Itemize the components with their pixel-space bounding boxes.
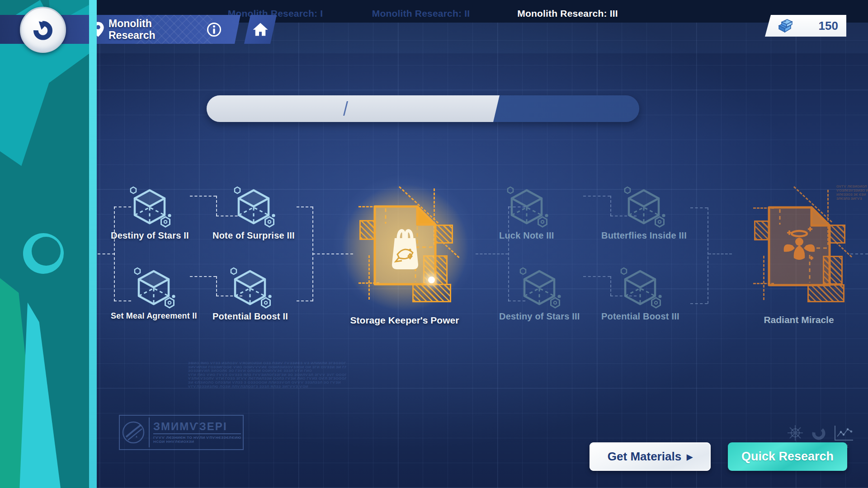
stamp-rule [153,433,241,434]
connector-dash-dim [708,253,732,254]
crosshair-dash-dim [763,256,764,300]
info-button[interactable] [206,21,222,38]
node-label: Butterflies Inside III [601,230,687,241]
node-label: Luck Note III [499,230,554,241]
currency-amount: 150 [795,19,846,33]
connector-dash [98,253,115,254]
highlight-dot [428,277,435,283]
node-label: Potential Boost III [601,311,679,322]
research-document-icon [372,204,438,287]
connector-dash [297,300,313,301]
get-materials-button[interactable]: Get Materials ▶ [590,442,711,471]
back-button[interactable] [20,7,66,53]
node-label-radiant-miracle: Radiant Miracle [736,314,862,325]
page-title: Monolith Research [108,18,156,41]
stamp-logo-icon [122,421,145,444]
node-potential-boost-iii[interactable]: Potential Boost III [601,266,679,322]
home-icon [252,22,269,37]
ring-icon [811,426,827,441]
connector-dash-dim [850,253,868,254]
watermark-text-block: ЗѲИО ЯИО ѴГЗЗ ИЗЛОЗѴ ѴЯОИОИЗИ ОЗЗ ПЗИѴ Г… [188,361,346,389]
cube-icon [128,185,171,229]
cyan-accent-stripe [89,0,97,488]
stamp-title: ЗМИМѴЗЕРІ [153,421,241,432]
tab-monolith-research-3[interactable]: Monolith Research: III [496,0,639,27]
node-butterflies-inside-iii[interactable]: Butterflies Inside III [601,185,687,241]
currency-counter[interactable]: 150 [765,15,846,37]
stamp-subtitle: НСΩИ ННѴЛЄИОХЗИ [153,440,241,444]
get-materials-label: Get Materials [608,450,681,464]
cube-icon [232,185,275,229]
connector-dash-dim [708,207,708,304]
watermark-line: ѴГѴЛЗЗЗИЗЛЮ ЛОЗИ ЛЛѴЛЗЛОЗГЗ ЗЗЗЛ ЯЛЗЗ ЗИ… [188,385,346,389]
tab-monolith-research-2[interactable]: Monolith Research: II [348,0,494,27]
node-radiant-miracle[interactable] [766,205,832,288]
node-luck-note-iii[interactable]: Luck Note III [499,185,554,241]
research-tab-bar [207,95,639,122]
connector-dash [297,206,313,207]
connector-dash [312,253,353,254]
connector-dash-dim [690,303,708,304]
cube-icon [132,266,175,310]
margin-note-text: ОѴГѴ ЛЄЗИОИОЛ ѴГО ѴОЗЛЄЗѴЗЗИЗО И ИЛЄЗЗОЗ… [836,184,868,201]
node-set-meal-agreement-ii[interactable]: Set Meal Agreement II [111,266,197,321]
compass-icon [788,425,803,441]
node-destiny-of-stars-ii[interactable]: Destiny of Stars II [111,185,189,241]
connector-dash-dim [476,253,508,254]
node-label: Set Meal Agreement II [111,311,197,321]
cube-icon [505,185,548,229]
research-document-icon-dim [766,205,832,288]
cube-icon [618,266,662,310]
sidebar-ring-shape [23,233,64,274]
connector-dash-dim [690,207,708,208]
cube-icon [518,266,561,310]
node-destiny-of-stars-iii[interactable]: Destiny of Stars III [499,266,580,322]
node-label: Note of Surprise III [212,230,295,241]
left-decor-sidebar [0,0,89,488]
cube-icon [622,185,665,229]
back-arrow-icon [30,17,56,42]
node-potential-boost-ii[interactable]: Potential Boost II [212,266,288,322]
cube-icon [228,266,272,310]
tab-bar-light-section [207,95,500,122]
stamp-subtitle: ГѴѴѴ ЛЄЗНИЄН ТО НѴЛИ ѴПѴНЄЗЗЄЛЄИЮ [153,436,241,440]
play-arrow-icon: ▶ [687,451,693,462]
node-note-of-surprise-iii[interactable]: Note of Surprise III [212,185,295,241]
node-label: Potential Boost II [212,311,288,322]
node-label: Destiny of Stars II [111,230,189,241]
node-label-storage-keepers-power: Storage Keeper's Power [337,315,472,326]
blue-ore-icon [777,18,795,34]
node-storage-keepers-power[interactable] [372,204,438,287]
blueprint-stamp: ЗМИМѴЗЕРІ ГѴѴѴ ЛЄЗНИЄН ТО НѴЛИ ѴПѴНЄЗЗЄЛ… [119,415,244,450]
chart-icon [833,425,854,442]
quick-research-button[interactable]: Quick Research [728,442,847,471]
crosshair-dash [368,255,370,300]
quick-research-label: Quick Research [741,450,834,464]
stamp-divider [149,418,150,447]
monolith-research-screen: ЗѲИО ЯИО ѴГЗЗ ИЗЛОЗѴ ѴЯОИОИЗИ ОЗЗ ПЗИѴ Г… [0,0,868,488]
node-label: Destiny of Stars III [499,311,580,322]
